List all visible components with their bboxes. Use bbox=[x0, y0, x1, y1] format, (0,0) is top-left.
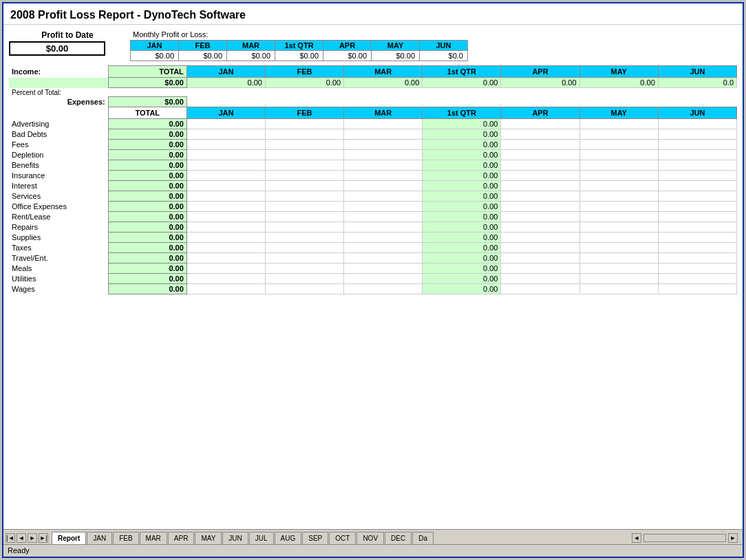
expense-row: Depletion 0.00 0.00 bbox=[9, 150, 737, 160]
tab-oct[interactable]: OCT bbox=[329, 532, 356, 544]
exp-jun-15 bbox=[658, 274, 736, 284]
tab-mar[interactable]: MAR bbox=[140, 532, 167, 544]
exp-jun-1 bbox=[658, 129, 736, 140]
exp-qtr-9: 0.00 bbox=[423, 212, 501, 222]
exp-jan-8 bbox=[186, 202, 265, 212]
exp-total-1: 0.00 bbox=[108, 129, 186, 140]
exp-may-14 bbox=[579, 263, 658, 274]
income-spacer bbox=[9, 78, 108, 88]
exp-total-12: 0.00 bbox=[108, 243, 186, 253]
tab-last-btn[interactable]: ►| bbox=[39, 533, 48, 543]
exp-qtr-4: 0.00 bbox=[423, 160, 501, 171]
tab-dec[interactable]: DEC bbox=[385, 532, 412, 544]
tab-sep[interactable]: SEP bbox=[302, 532, 328, 544]
tab-first-btn[interactable]: |◄ bbox=[6, 533, 15, 543]
exp-jun-2 bbox=[658, 140, 736, 150]
exp-feb-14 bbox=[265, 263, 343, 274]
exp-apr-5 bbox=[501, 171, 579, 181]
exp-apr-0 bbox=[501, 119, 579, 129]
tab-da[interactable]: Da bbox=[412, 532, 434, 544]
scroll-left-btn[interactable]: ◄ bbox=[632, 533, 641, 543]
status-bar: Ready bbox=[3, 544, 743, 557]
exp-feb-9 bbox=[265, 212, 343, 222]
expenses-label: Expenses: bbox=[9, 97, 108, 107]
exp-qtr-12: 0.00 bbox=[423, 243, 501, 253]
exp-jun-0 bbox=[658, 119, 736, 129]
income-values-row: $0.00 0.00 0.00 0.00 0.00 0.00 0.00 0.0 bbox=[9, 78, 737, 88]
exp-total-14: 0.00 bbox=[108, 263, 186, 274]
exp-mar-9 bbox=[344, 212, 423, 222]
exp-jan-15 bbox=[186, 274, 265, 284]
exp-apr-13 bbox=[501, 253, 579, 263]
exp-jan-9 bbox=[186, 212, 265, 222]
tab-report[interactable]: Report bbox=[52, 532, 86, 544]
exp-jan-11 bbox=[186, 233, 265, 243]
exp-jan-16 bbox=[186, 284, 265, 294]
exp-label-12: Taxes bbox=[9, 243, 108, 253]
exp-jan-5 bbox=[186, 171, 265, 181]
scrollbar-track[interactable] bbox=[643, 534, 726, 542]
tab-nov[interactable]: NOV bbox=[356, 532, 384, 544]
expense-row: Taxes 0.00 0.00 bbox=[9, 243, 737, 253]
exp-total-16: 0.00 bbox=[108, 284, 186, 294]
status-text: Ready bbox=[8, 546, 30, 554]
exp-feb-1 bbox=[265, 129, 343, 140]
exp-mar-5 bbox=[344, 171, 423, 181]
expense-row: Advertising 0.00 0.00 bbox=[9, 119, 737, 129]
tab-may[interactable]: MAY bbox=[195, 532, 222, 544]
expenses-total-val: $0.00 bbox=[108, 97, 186, 107]
scroll-right-btn[interactable]: ► bbox=[728, 533, 738, 543]
exp-total-4: 0.00 bbox=[108, 160, 186, 171]
exp-may-0 bbox=[579, 119, 658, 129]
expense-row: Benefits 0.00 0.00 bbox=[9, 160, 737, 171]
exp-mar-7 bbox=[344, 191, 423, 202]
scrollbar-area: ◄ ► bbox=[631, 533, 738, 543]
exp-jun-16 bbox=[658, 284, 736, 294]
tab-feb[interactable]: FEB bbox=[113, 532, 138, 544]
profit-month-apr: APR bbox=[323, 41, 372, 51]
exp-qtr-8: 0.00 bbox=[423, 202, 501, 212]
tab-next-btn[interactable]: ► bbox=[28, 533, 37, 543]
exp-mar-8 bbox=[344, 202, 423, 212]
page-title: 2008 Profit Loss Report - DynoTech Softw… bbox=[10, 9, 736, 21]
exp-may-1 bbox=[579, 129, 658, 140]
exp-total-0: 0.00 bbox=[108, 119, 186, 129]
exp-apr-12 bbox=[501, 243, 579, 253]
percent-row: Percent of Total: bbox=[9, 88, 737, 97]
income-label-cell: Income: bbox=[9, 66, 108, 78]
data-table: Income: TOTAL JAN FEB MAR 1st QTR APR MA… bbox=[9, 65, 737, 294]
exp-label-14: Meals bbox=[9, 263, 108, 274]
exp-qtr-3: 0.00 bbox=[423, 150, 501, 160]
exp-may-6 bbox=[579, 181, 658, 191]
exp-jan-4 bbox=[186, 160, 265, 171]
exp-feb-16 bbox=[265, 284, 343, 294]
tab-jul[interactable]: JUL bbox=[249, 532, 274, 544]
expense-row: Travel/Ent. 0.00 0.00 bbox=[9, 253, 737, 263]
profit-jan-val: $0.00 bbox=[131, 51, 179, 61]
exp-jan-1 bbox=[186, 129, 265, 140]
tab-jan[interactable]: JAN bbox=[87, 532, 112, 544]
tab-jun[interactable]: JUN bbox=[222, 532, 248, 544]
profit-section: Profit to Date $0.00 Monthly Profit or L… bbox=[9, 29, 737, 61]
exp-qtr-10: 0.00 bbox=[423, 222, 501, 233]
exp-jan-14 bbox=[186, 263, 265, 274]
profit-to-date-label: Profit to Date bbox=[9, 29, 126, 40]
exp-label-6: Interest bbox=[9, 181, 108, 191]
exp-total-15: 0.00 bbox=[108, 274, 186, 284]
exp-feb-11 bbox=[265, 233, 343, 243]
tab-apr[interactable]: APR bbox=[168, 532, 195, 544]
exp-apr-9 bbox=[501, 212, 579, 222]
expense-row: Meals 0.00 0.00 bbox=[9, 263, 737, 274]
tab-prev-btn[interactable]: ◄ bbox=[17, 533, 26, 543]
exp-jun-14 bbox=[658, 263, 736, 274]
tab-aug[interactable]: AUG bbox=[275, 532, 302, 544]
exp-feb-15 bbox=[265, 274, 343, 284]
exp-feb-7 bbox=[265, 191, 343, 202]
exp-qtr-13: 0.00 bbox=[423, 253, 501, 263]
profit-may-val: $0.00 bbox=[372, 51, 420, 61]
exp-jun-3 bbox=[658, 150, 736, 160]
exp-label-13: Travel/Ent. bbox=[9, 253, 108, 263]
exp-may-11 bbox=[579, 233, 658, 243]
exp-total-2: 0.00 bbox=[108, 140, 186, 150]
profit-mar-val: $0.00 bbox=[227, 51, 275, 61]
